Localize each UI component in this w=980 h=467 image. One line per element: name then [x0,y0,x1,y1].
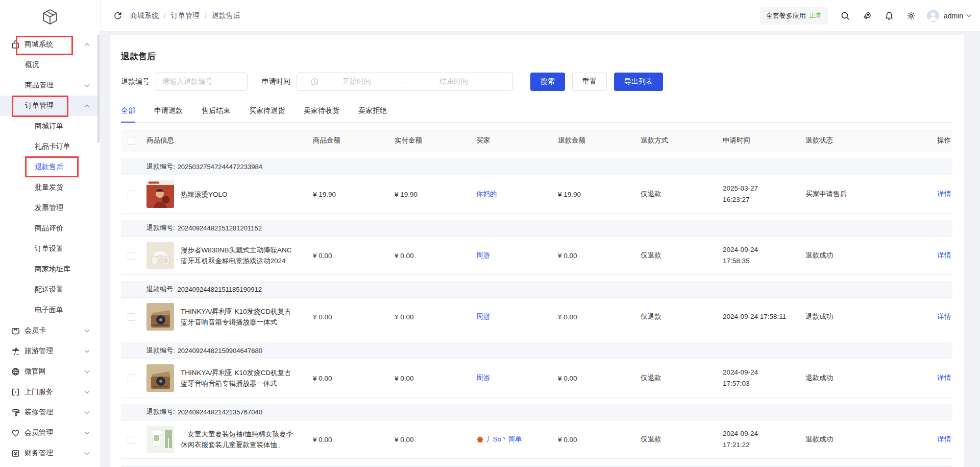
user-name[interactable]: admin [944,12,963,20]
row-checkbox[interactable] [128,252,135,260]
breadcrumb: 商城系统 / 订单管理 / 退款售后 [130,11,240,20]
plan-badge[interactable]: 全套餐多应用 正常 [760,7,828,25]
gear-icon[interactable] [906,11,916,20]
paid-amount: ¥ 0.00 [395,436,476,443]
sidebar-item-批量发货[interactable]: 批量发货 [0,177,100,198]
buyer-link[interactable]: 你妈的 [476,190,497,199]
tab-卖家拒绝[interactable]: 卖家拒绝 [358,106,387,122]
sidebar-item-装修管理[interactable]: 装修管理 [0,402,100,423]
sidebar-item-label: 订单管理 [25,101,54,110]
detail-link[interactable]: 详情 [937,313,951,320]
apply-time: 2024-09-24 17:58:11 [723,311,805,322]
export-list-button[interactable]: 导出列表 [614,73,663,91]
sidebar-item-旅游管理[interactable]: 旅游管理 [0,341,100,361]
refresh-icon[interactable] [114,12,122,20]
paid-amount: ¥ 0.00 [395,375,476,382]
tab-买家待退货[interactable]: 买家待退货 [249,106,285,122]
row-checkbox[interactable] [128,436,135,443]
refund-method: 仅退款 [641,435,723,444]
avatar[interactable] [927,10,939,22]
sidebar-item-会员卡[interactable]: 会员卡 [0,320,100,341]
product-amount: ¥ 0.00 [313,375,395,382]
detail-link[interactable]: 详情 [937,251,951,259]
date-range-picker[interactable]: 开始时间 - 结束时间 [297,73,513,91]
product-thumbnail[interactable] [146,426,174,453]
detail-link[interactable]: 详情 [937,435,951,443]
sidebar-item-会员管理[interactable]: 会员管理 [0,423,100,443]
refund-no-label: 退款编号 [121,77,150,86]
sidebar-item-配送设置[interactable]: 配送设置 [0,279,100,300]
tab-卖家待收货[interactable]: 卖家待收货 [304,106,339,122]
table-row: 热辣滚烫YOLO ¥ 19.90 ¥ 19.90 你妈的 ¥ 19.90 仅退款… [121,175,952,214]
tab-售后结束[interactable]: 售后结束 [202,106,230,122]
sidebar-item-商品管理[interactable]: 商品管理 [0,75,100,96]
end-time-input[interactable]: 结束时间 [415,77,492,86]
sidebar-item-发票管理[interactable]: 发票管理 [0,198,100,218]
product-amount: ¥ 0.00 [313,313,395,321]
sidebar-scrollbar[interactable] [97,35,100,143]
buyer-link[interactable]: 周游 [476,373,490,383]
refund-no-prefix: 退款编号: [146,162,175,171]
detail-link[interactable]: 详情 [937,374,951,382]
sidebar-item-label: 旅游管理 [24,346,53,356]
tab-全部[interactable]: 全部 [121,106,135,123]
refund-amount: ¥ 0.00 [558,375,641,382]
status-tabs: 全部申请退款售后结束买家待退货卖家待收货卖家拒绝 [121,102,952,123]
breadcrumb-item-order-management[interactable]: 订单管理 [171,11,200,20]
sidebar-item-label: 配送设置 [35,285,63,294]
product-thumbnail[interactable] [146,303,174,331]
bell-icon[interactable] [885,11,894,20]
refund-method: 仅退款 [641,251,723,260]
product-cell: 热辣滚烫YOLO [146,180,313,208]
tab-申请退款[interactable]: 申请退款 [154,106,183,122]
chevron-down-icon[interactable] [966,14,972,17]
breadcrumb-item-mall-system[interactable]: 商城系统 [130,11,159,20]
sidebar-item-订单管理[interactable]: 订单管理 [0,96,100,116]
select-all-checkbox[interactable] [128,137,135,145]
search-icon[interactable] [841,11,850,20]
reset-button[interactable]: 重置 [572,73,607,91]
sidebar-item-label: 礼品卡订单 [35,142,70,151]
refund-method: 仅退款 [641,312,723,321]
sidebar-item-退款售后[interactable]: 退款售后 [0,157,100,177]
sidebar-item-电子面单[interactable]: 电子面单 [0,300,100,320]
app-logo[interactable] [0,8,100,26]
refund-no-input[interactable]: 请输入退款编号 [156,73,248,91]
detail-link[interactable]: 详情 [937,190,951,198]
table-row: 「女童大童夏装短袖t恤纯棉女孩夏季休闲衣服套装儿童夏款童装体恤」 ¥ 0.00 … [121,421,952,459]
sidebar-item-商家地址库[interactable]: 商家地址库 [0,259,100,279]
refund-status: 退款成功 [805,312,923,321]
paid-amount: ¥ 0.00 [395,313,476,321]
sidebar-item-微官网[interactable]: 微官网 [0,361,100,382]
buyer-link[interactable]: 周游 [476,251,490,260]
column-header-paid: 实付金额 [395,136,476,145]
product-thumbnail[interactable] [146,242,174,269]
product-thumbnail[interactable] [146,180,174,208]
sidebar-item-礼品卡订单[interactable]: 礼品卡订单 [0,136,100,157]
table-header-row: 商品信息 商品金额 实付金额 买家 退款金额 退款方式 申请时间 退款状态 操作 [121,129,952,152]
sidebar-item-概况[interactable]: 概况 [0,55,100,75]
row-checkbox[interactable] [128,375,135,382]
refund-group-header-partial [121,465,952,467]
row-checkbox[interactable] [128,191,135,198]
apply-time: 17:21:22 [723,439,805,451]
refund-no-prefix: 退款编号: [146,346,175,355]
sidebar-item-商品评价[interactable]: 商品评价 [0,218,100,239]
rocket-icon[interactable] [863,11,872,20]
row-checkbox[interactable] [128,313,135,321]
start-time-input[interactable]: 开始时间 [318,77,395,86]
globe-icon [11,367,20,376]
refund-no-value: 20240924482151281201152 [178,224,262,232]
sidebar-item-商城订单[interactable]: 商城订单 [0,116,100,136]
sidebar-item-财务管理[interactable]: 财务管理 [0,443,100,463]
search-button[interactable]: 搜索 [530,73,565,91]
sidebar-item-label: 商城系统 [24,40,53,49]
product-thumbnail[interactable] [146,364,174,392]
buyer-link[interactable]: 周游 [476,312,490,321]
refund-no-placeholder: 请输入退款编号 [162,77,212,86]
buyer-link[interactable]: 丿So丶简单 [486,435,522,444]
sidebar-item-上门服务[interactable]: 上门服务 [0,382,100,402]
sidebar-item-商城系统[interactable]: 商城系统 [0,34,100,55]
sidebar-item-订单设置[interactable]: 订单设置 [0,239,100,259]
finance-icon [11,449,20,458]
